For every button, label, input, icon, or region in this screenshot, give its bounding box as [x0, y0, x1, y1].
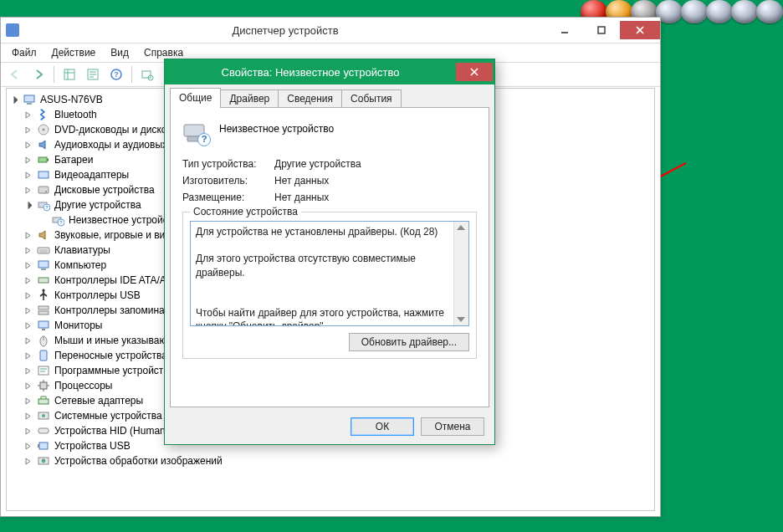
dvd-icon: [37, 123, 50, 136]
maximize-button[interactable]: [583, 21, 620, 39]
mon-icon: [37, 319, 50, 332]
tray-badge[interactable]: [706, 0, 733, 23]
dialog-close-button[interactable]: [456, 63, 493, 81]
svg-point-19: [45, 191, 47, 192]
tab-general[interactable]: Общие: [170, 88, 221, 108]
tray-badge[interactable]: [731, 0, 758, 23]
expander-icon[interactable]: [23, 170, 33, 180]
expander-icon[interactable]: [23, 290, 33, 300]
svg-rect-17: [38, 171, 49, 178]
tabstrip: Общие Драйвер Сведения События: [165, 84, 494, 108]
hid-icon: [37, 424, 50, 437]
toolbar-scan-button[interactable]: [136, 64, 158, 85]
comp-icon: [37, 258, 50, 272]
tray-badge[interactable]: [756, 0, 783, 23]
expander-icon[interactable]: [23, 396, 33, 406]
dialog-titlebar[interactable]: Свойства: Неизвестное устройство: [165, 59, 494, 84]
tree-node-label: Сетевые адаптеры: [53, 395, 145, 407]
toolbar-props-button[interactable]: [82, 64, 104, 85]
menu-action[interactable]: Действие: [44, 45, 104, 60]
expander-icon[interactable]: [23, 140, 33, 150]
scrollbar[interactable]: [453, 222, 468, 325]
expander-icon[interactable]: [8, 95, 18, 105]
tree-node-label: Переносные устройства: [53, 350, 169, 361]
toolbar-help-button[interactable]: ?: [105, 64, 127, 85]
toolbar-back-button: [4, 64, 26, 85]
port-icon: [37, 349, 50, 362]
tab-page-general: ? Неизвестное устройство Тип устройства:…: [170, 107, 489, 407]
status-line: [196, 279, 448, 293]
toolbar-fwd-button[interactable]: [28, 64, 49, 85]
tree-node-label: Другие устройства: [53, 199, 143, 211]
expander-icon[interactable]: [23, 320, 33, 330]
snd-icon: [37, 228, 50, 242]
menu-file[interactable]: Файл: [4, 45, 44, 60]
status-line: Для этого устройства отсутствую совмести…: [196, 252, 448, 279]
svg-rect-11: [24, 95, 34, 102]
svg-rect-1: [64, 69, 74, 79]
tab-driver[interactable]: Драйвер: [220, 90, 279, 108]
svg-point-41: [42, 414, 45, 417]
question-overlay-icon: ?: [197, 133, 211, 146]
ok-button[interactable]: ОК: [351, 417, 414, 436]
expander-icon[interactable]: [23, 456, 33, 466]
kbd-icon: [37, 243, 50, 257]
expander-icon[interactable]: [23, 245, 33, 255]
expander-icon[interactable]: [23, 110, 33, 120]
tree-node-label: Устройства USB: [53, 440, 132, 452]
expander-icon[interactable]: [23, 200, 33, 210]
tree-node-label: Клавиатуры: [53, 244, 112, 256]
svg-rect-43: [39, 442, 48, 449]
close-button[interactable]: [620, 21, 660, 39]
dialog-title: Свойства: Неизвестное устройство: [165, 66, 456, 79]
bat-icon: [37, 153, 50, 166]
minimize-button[interactable]: [546, 21, 583, 39]
label-device-type: Тип устройства:: [182, 158, 274, 170]
stor-icon: [37, 304, 50, 317]
expander-icon[interactable]: [23, 185, 33, 195]
status-line: Чтобы найти драйвер для этого устройства…: [196, 306, 448, 326]
svg-rect-44: [38, 444, 39, 448]
expander-icon[interactable]: [23, 426, 33, 436]
expander-icon[interactable]: [37, 215, 47, 225]
expander-icon[interactable]: [23, 366, 33, 376]
tree-node-label: Устройства обработки изображений: [53, 455, 224, 467]
tab-events[interactable]: События: [341, 90, 402, 108]
tree-node-label: Дисковые устройства: [53, 184, 156, 196]
expander-icon[interactable]: [23, 230, 33, 240]
expander-icon[interactable]: [23, 275, 33, 285]
tree-node[interactable]: Устройства обработки изображений: [7, 453, 654, 468]
tree-node-label: Контроллеры USB: [53, 289, 142, 301]
update-driver-button[interactable]: Обновить драйвер...: [349, 333, 469, 351]
sw-icon: [37, 364, 50, 377]
tree-node-label: Системные устройства: [53, 410, 164, 422]
svg-rect-34: [42, 329, 45, 330]
titlebar[interactable]: Диспетчер устройств: [1, 18, 660, 43]
svg-rect-28: [41, 269, 46, 270]
value-location: Нет данных: [274, 192, 329, 203]
value-device-type: Другие устройства: [274, 158, 361, 170]
ide-icon: [37, 274, 50, 287]
expander-icon[interactable]: [23, 260, 33, 270]
cancel-button[interactable]: Отмена: [421, 417, 484, 436]
svg-rect-31: [38, 306, 49, 309]
tray-badge[interactable]: [681, 0, 708, 23]
expander-icon[interactable]: [23, 381, 33, 391]
menu-view[interactable]: Вид: [103, 45, 136, 60]
expander-icon[interactable]: [23, 441, 33, 451]
device-status-group: Состояние устройства Для устройства не у…: [182, 212, 477, 359]
expander-icon[interactable]: [23, 125, 33, 135]
svg-rect-33: [38, 321, 49, 328]
expander-icon[interactable]: [23, 335, 33, 345]
tab-details[interactable]: Сведения: [278, 90, 342, 108]
status-line: [196, 238, 448, 252]
expander-icon[interactable]: [23, 350, 33, 361]
device-status-text[interactable]: Для устройства не установлены драйверы. …: [190, 221, 469, 326]
toolbar-show-button[interactable]: [59, 64, 80, 85]
bt-icon: [37, 108, 50, 121]
expander-icon[interactable]: [23, 411, 33, 421]
tree-node-label: Bluetooth: [53, 109, 99, 120]
expander-icon[interactable]: [23, 305, 33, 315]
expander-icon[interactable]: [23, 155, 33, 165]
svg-rect-16: [47, 159, 49, 161]
